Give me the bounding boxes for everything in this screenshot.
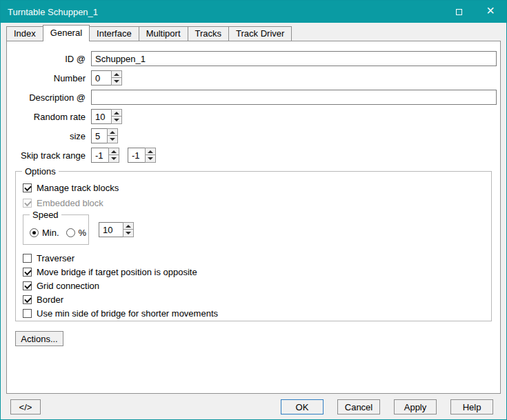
- spin-down-button[interactable]: [107, 136, 118, 143]
- radio-speed-percent[interactable]: %: [66, 228, 87, 238]
- close-button[interactable]: ×: [475, 1, 506, 23]
- speed-group-title: Speed: [30, 210, 61, 220]
- checkbox-icon: [23, 254, 32, 263]
- spin-down-button[interactable]: [108, 155, 119, 163]
- xml-code-button[interactable]: </>: [10, 399, 41, 414]
- id-label: ID @: [12, 54, 86, 64]
- speed-value-input[interactable]: [99, 222, 123, 237]
- random-rate-row: Random rate: [7, 109, 500, 124]
- skip-track-from-spinner: [91, 148, 119, 163]
- tab-multiport[interactable]: Multiport: [139, 26, 188, 41]
- checkbox-label: Grid connection: [37, 281, 99, 291]
- random-rate-label: Random rate: [12, 112, 86, 122]
- description-input[interactable]: [91, 90, 497, 105]
- actions-button[interactable]: Actions...: [15, 331, 63, 346]
- cancel-button[interactable]: Cancel: [337, 399, 380, 414]
- radio-label: Min.: [42, 228, 59, 238]
- number-spinner: [91, 70, 122, 86]
- checkbox-label: Manage track blocks: [37, 183, 119, 193]
- options-group-title: Options: [22, 166, 59, 177]
- titlebar-buttons: ×: [443, 1, 506, 23]
- spin-down-button[interactable]: [111, 117, 122, 124]
- size-row: size: [7, 128, 500, 143]
- footer-bar: </> OK Cancel Apply Help: [1, 394, 506, 419]
- tab-index[interactable]: Index: [6, 26, 43, 41]
- checkbox-move-bridge[interactable]: Move bridge if target position is opposi…: [23, 266, 484, 278]
- skip-track-to-spinner: [128, 148, 156, 163]
- checkbox-icon: [23, 183, 32, 192]
- checkbox-grid-connection[interactable]: Grid connection: [23, 279, 484, 292]
- description-row: Description @: [7, 90, 500, 105]
- window-title: Turntable Schuppen_1: [8, 7, 98, 17]
- checkbox-label: Traverser: [37, 253, 74, 263]
- radio-label: %: [79, 228, 87, 238]
- speed-value-spinner: [99, 222, 134, 237]
- spinner-buttons: [108, 148, 119, 163]
- general-tab-panel: ID @ Number Description @ Random rate: [6, 41, 501, 394]
- size-spinner: [91, 128, 118, 143]
- checkbox-label: Move bridge if target position is opposi…: [37, 267, 197, 277]
- spin-up-button[interactable]: [145, 148, 156, 155]
- checkbox-icon: [23, 295, 32, 304]
- checkbox-label: Border: [37, 294, 63, 305]
- spin-up-button[interactable]: [107, 128, 118, 136]
- size-label: size: [12, 131, 86, 141]
- titlebar: Turntable Schuppen_1 ×: [1, 1, 506, 23]
- speed-row: Speed Min. %: [23, 214, 484, 245]
- checkbox-icon: [23, 199, 32, 208]
- random-rate-spinner: [91, 109, 122, 124]
- tab-interface[interactable]: Interface: [89, 26, 139, 41]
- maximize-button[interactable]: [443, 1, 475, 23]
- spinner-buttons: [107, 128, 118, 143]
- checkbox-label: Use min side of bridge for shorter movem…: [37, 308, 218, 319]
- number-label: Number: [12, 73, 86, 83]
- spin-down-button[interactable]: [123, 230, 134, 237]
- number-row: Number: [7, 70, 500, 86]
- dialog-window: Turntable Schuppen_1 × Index General Int…: [0, 0, 507, 420]
- options-groupbox: Options Manage track blocks Embedded blo…: [15, 171, 492, 321]
- spinner-buttons: [145, 148, 156, 163]
- ok-button[interactable]: OK: [281, 399, 324, 414]
- skip-track-range-label: Skip track range: [12, 150, 86, 161]
- checkbox-embedded-block: Embedded block: [23, 197, 484, 209]
- number-input[interactable]: [91, 70, 112, 86]
- spin-up-button[interactable]: [111, 70, 122, 78]
- apply-button[interactable]: Apply: [394, 399, 437, 414]
- help-button[interactable]: Help: [450, 399, 493, 414]
- radio-icon: [30, 228, 39, 237]
- tab-tracks[interactable]: Tracks: [188, 26, 230, 41]
- spin-down-button[interactable]: [111, 78, 122, 86]
- size-input[interactable]: [91, 128, 108, 143]
- id-input[interactable]: [91, 51, 497, 66]
- checkbox-icon: [23, 281, 32, 290]
- checkbox-border[interactable]: Border: [23, 293, 484, 306]
- id-row: ID @: [7, 51, 500, 66]
- footer-buttons: OK Cancel Apply Help: [281, 399, 493, 414]
- skip-track-range-row: Skip track range: [7, 148, 500, 163]
- spinner-buttons: [111, 109, 122, 124]
- tab-general[interactable]: General: [43, 25, 90, 41]
- skip-track-to-input[interactable]: [128, 148, 146, 163]
- checkbox-traverser[interactable]: Traverser: [23, 252, 484, 264]
- spin-up-button[interactable]: [111, 109, 122, 117]
- spin-up-button[interactable]: [108, 148, 119, 155]
- tab-track-driver[interactable]: Track Driver: [228, 26, 292, 41]
- skip-track-from-input[interactable]: [91, 148, 109, 163]
- description-label: Description @: [12, 92, 86, 103]
- checkbox-use-min-side[interactable]: Use min side of bridge for shorter movem…: [23, 307, 484, 319]
- random-rate-input[interactable]: [91, 109, 112, 124]
- radio-icon: [66, 228, 75, 237]
- checkbox-icon: [23, 268, 32, 277]
- spinner-buttons: [123, 222, 134, 237]
- tab-strip: Index General Interface Multiport Tracks…: [6, 25, 292, 41]
- spinner-buttons: [111, 70, 122, 86]
- radio-speed-min[interactable]: Min.: [30, 228, 59, 238]
- speed-groupbox: Speed Min. %: [23, 214, 89, 245]
- maximize-icon: [456, 9, 462, 15]
- checkbox-manage-track-blocks[interactable]: Manage track blocks: [23, 181, 484, 194]
- checkbox-icon: [23, 309, 32, 318]
- checkbox-label: Embedded block: [37, 198, 103, 208]
- close-icon: ×: [486, 3, 495, 17]
- spin-down-button[interactable]: [145, 155, 156, 163]
- spin-up-button[interactable]: [123, 222, 134, 230]
